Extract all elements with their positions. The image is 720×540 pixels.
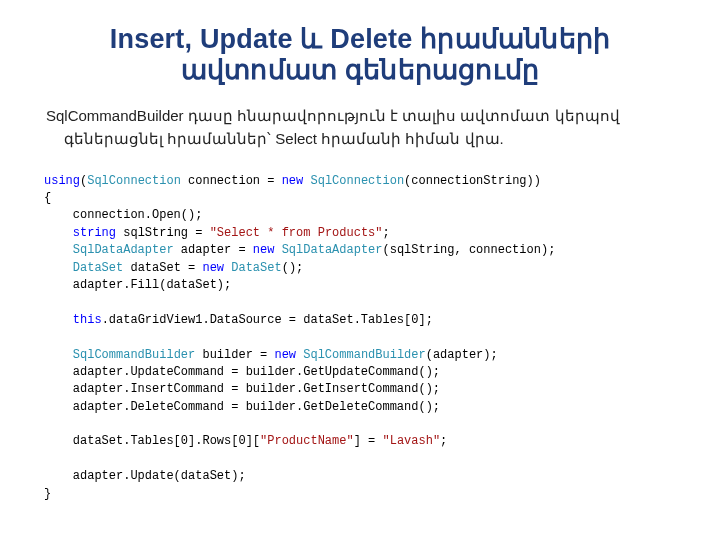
code-text: ] =: [354, 434, 383, 448]
type-sqlconnection: SqlConnection: [310, 174, 404, 188]
code-text: adapter =: [174, 243, 253, 257]
code-text: (sqlString, connection);: [383, 243, 556, 257]
code-text: builder =: [195, 348, 274, 362]
code-text: (adapter);: [426, 348, 498, 362]
type-sqlcommandbuilder: SqlCommandBuilder: [73, 348, 195, 362]
type-sqldataadapter: SqlDataAdapter: [73, 243, 174, 257]
code-text: adapter.Update(dataSet);: [44, 469, 246, 483]
code-text: (connectionString)): [404, 174, 541, 188]
code-text: [44, 261, 73, 275]
code-text: [44, 313, 73, 327]
code-text: connection =: [181, 174, 282, 188]
code-text: ;: [440, 434, 447, 448]
slide-subtitle: SqlCommandBuilder դասը հնարավորություն է…: [46, 104, 676, 151]
string-select: "Select * from Products": [210, 226, 383, 240]
code-text: [44, 226, 73, 240]
code-text: [44, 243, 73, 257]
code-text: [44, 348, 73, 362]
keyword-string: string: [73, 226, 116, 240]
code-text: {: [44, 191, 51, 205]
subtitle-line-1: SqlCommandBuilder դասը հնարավորություն է…: [46, 107, 620, 124]
code-text: [274, 243, 281, 257]
code-text: adapter.Fill(dataSet);: [44, 278, 231, 292]
slide-title: Insert, Update և Delete հրամանների ավտոմ…: [44, 24, 676, 86]
keyword-new: new: [274, 348, 296, 362]
code-text: ;: [382, 226, 389, 240]
type-dataset: DataSet: [231, 261, 281, 275]
string-productname: "ProductName": [260, 434, 354, 448]
code-text: connection.Open();: [44, 208, 202, 222]
code-text: dataSet =: [123, 261, 202, 275]
type-sqlconnection: SqlConnection: [87, 174, 181, 188]
code-text: adapter.InsertCommand = builder.GetInser…: [44, 382, 440, 396]
code-text: sqlString =: [116, 226, 210, 240]
keyword-this: this: [73, 313, 102, 327]
keyword-new: new: [282, 174, 304, 188]
code-text: }: [44, 487, 51, 501]
keyword-new: new: [202, 261, 224, 275]
type-dataset: DataSet: [73, 261, 123, 275]
code-block: using(SqlConnection connection = new Sql…: [44, 173, 676, 503]
keyword-using: using: [44, 174, 80, 188]
code-text: dataSet.Tables[0].Rows[0][: [44, 434, 260, 448]
code-text: adapter.UpdateCommand = builder.GetUpdat…: [44, 365, 440, 379]
code-text: ();: [282, 261, 304, 275]
code-text: adapter.DeleteCommand = builder.GetDelet…: [44, 400, 440, 414]
string-lavash: "Lavash": [382, 434, 440, 448]
type-sqlcommandbuilder: SqlCommandBuilder: [303, 348, 425, 362]
type-sqldataadapter: SqlDataAdapter: [282, 243, 383, 257]
subtitle-line-2: գեներացնել հրամաններ՝ Select հրամանի հիմ…: [46, 127, 676, 150]
slide: Insert, Update և Delete հրամանների ավտոմ…: [0, 0, 720, 540]
code-text: .dataGridView1.DataSource = dataSet.Tabl…: [102, 313, 433, 327]
keyword-new: new: [253, 243, 275, 257]
